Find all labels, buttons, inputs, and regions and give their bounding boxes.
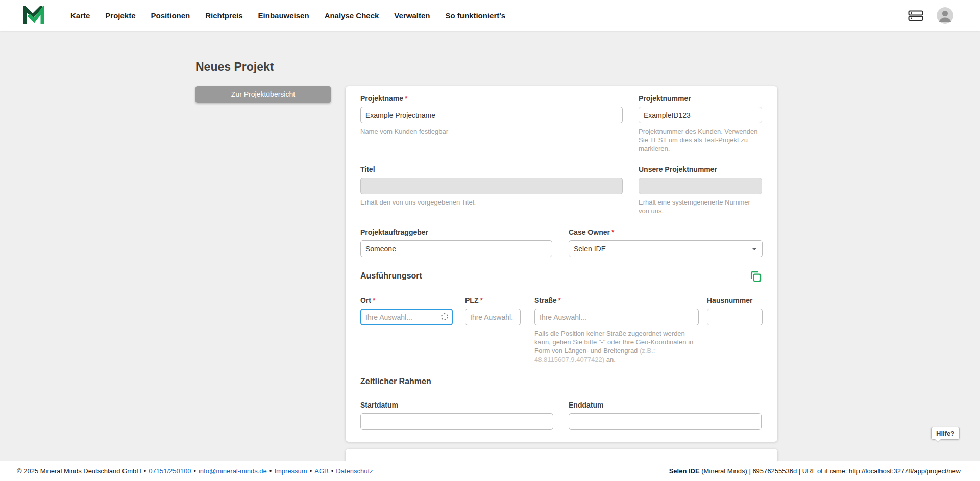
unsere-projektnummer-helper: Erhält eine systemgenerierte Nummer von … (639, 198, 762, 215)
footer-left: © 2025 Mineral Minds Deutschland GmbH•07… (17, 467, 373, 475)
label-text: Unsere Projektnummer (639, 165, 717, 173)
plz-input[interactable] (465, 309, 521, 325)
titel-label: Titel (360, 165, 623, 174)
strasse-helper-main: Falls die Position keiner Straße zugeord… (534, 330, 693, 355)
footer-session-info: (Mineral Minds) | 69576255536d | URL of … (700, 467, 961, 475)
back-to-project-overview-button[interactable]: Zur Projektübersicht (195, 86, 331, 103)
field-titel: Titel Erhält den von uns vorgegebenen Ti… (360, 165, 623, 207)
required-asterisk: * (373, 296, 375, 305)
section-ausfuehrungsort-title: Ausführungsort (360, 271, 422, 281)
nav-item-analyse-check[interactable]: Analyse Check (325, 11, 379, 20)
label-text: Straße (534, 296, 557, 305)
nav-item-richtpreis[interactable]: Richtpreis (205, 11, 242, 20)
separator-dot: • (331, 467, 334, 475)
field-hausnummer: Hausnummer (707, 296, 763, 325)
field-ort: Ort* (360, 296, 453, 325)
field-enddatum: Enddatum (569, 400, 762, 430)
separator-dot: • (144, 467, 146, 475)
nav-item-einbauweisen[interactable]: Einbauweisen (258, 11, 309, 20)
footer-email-link[interactable]: info@mineral-minds.de (199, 467, 267, 475)
field-unsere-projektnummer: Unsere Projektnummer Erhält eine systemg… (639, 165, 762, 215)
projektname-label: Projektname* (360, 94, 623, 103)
hausnummer-label: Hausnummer (707, 296, 763, 305)
projektauftraggeber-label: Projektauftraggeber (360, 227, 552, 237)
field-plz: PLZ* (465, 296, 521, 325)
nav-item-so-funktionierts[interactable]: So funktioniert's (445, 11, 505, 20)
section-divider (360, 393, 763, 393)
unsere-projektnummer-label: Unsere Projektnummer (639, 165, 762, 174)
case-owner-selected-value: Selen IDE (574, 245, 606, 253)
field-projektauftraggeber: Projektauftraggeber (360, 227, 552, 257)
section-divider (360, 289, 763, 289)
top-nav-bar: Karte Projekte Positionen Richtpreis Ein… (0, 0, 980, 31)
nav-item-positionen[interactable]: Positionen (151, 11, 190, 20)
user-avatar[interactable] (937, 7, 953, 24)
separator-dot: • (270, 467, 272, 475)
strasse-input[interactable] (534, 309, 699, 325)
strasse-helper: Falls die Position keiner Straße zugeord… (534, 329, 699, 364)
case-owner-select[interactable]: Selen IDE (569, 240, 763, 257)
copy-icon[interactable] (749, 269, 763, 283)
chevron-down-icon (752, 248, 757, 250)
section-ausfuehrungsort-header: Ausführungsort (360, 269, 763, 283)
plz-label: PLZ* (465, 296, 521, 305)
strasse-label: Straße* (534, 296, 699, 305)
footer-datenschutz-link[interactable]: Datenschutz (336, 467, 373, 475)
projektname-input[interactable] (360, 107, 623, 123)
projektauftraggeber-input[interactable] (360, 240, 552, 257)
ort-input[interactable] (360, 309, 453, 325)
ort-label: Ort* (360, 296, 453, 305)
footer-right: Selen IDE (Mineral Minds) | 69576255536d… (669, 467, 961, 475)
label-text: Ort (360, 296, 371, 305)
loading-spinner-icon (440, 313, 449, 321)
nav-item-projekte[interactable]: Projekte (105, 11, 135, 20)
footer-agb-link[interactable]: AGB (314, 467, 328, 475)
footer-user-name: Selen IDE (669, 467, 700, 475)
title-divider (195, 80, 777, 80)
page-title: Neues Projekt (195, 60, 274, 74)
titel-input (360, 178, 623, 194)
separator-dot: • (193, 467, 196, 475)
label-text: Hausnummer (707, 296, 752, 305)
unsere-projektnummer-input (639, 178, 762, 194)
required-asterisk: * (611, 228, 614, 236)
field-case-owner: Case Owner* Selen IDE (569, 227, 763, 257)
nav-item-karte[interactable]: Karte (70, 11, 90, 20)
titel-helper: Erhält den von uns vorgegebenen Titel. (360, 198, 623, 207)
strasse-helper-suffix: an. (604, 356, 616, 363)
label-text: Projektname (360, 94, 403, 103)
help-button[interactable]: Hilfe? (931, 427, 960, 440)
section-zeitlicher-rahmen-title: Zeitlicher Rahmen (360, 377, 431, 386)
required-asterisk: * (405, 94, 407, 103)
label-text: Case Owner (569, 228, 610, 236)
field-projektname: Projektname* Name vom Kunden festlegbar (360, 94, 623, 136)
projektnummer-input[interactable] (639, 107, 762, 123)
footer-impressum-link[interactable]: Impressum (274, 467, 307, 475)
startdatum-input[interactable] (360, 413, 553, 430)
separator-dot: • (310, 467, 312, 475)
field-strasse: Straße* Falls die Position keiner Straße… (534, 296, 699, 364)
label-text: Projektnummer (639, 94, 691, 103)
label-text: Projektauftraggeber (360, 228, 428, 236)
label-text: PLZ (465, 296, 478, 305)
footer: © 2025 Mineral Minds Deutschland GmbH•07… (0, 461, 980, 481)
hausnummer-input[interactable] (707, 309, 763, 325)
footer-phone-link[interactable]: 07151/250100 (149, 467, 191, 475)
startdatum-label: Startdatum (360, 400, 553, 410)
required-asterisk: * (558, 296, 561, 305)
server-icon[interactable] (908, 10, 923, 21)
label-text: Enddatum (569, 401, 603, 409)
case-owner-label: Case Owner* (569, 227, 763, 237)
copyright-text: © 2025 Mineral Minds Deutschland GmbH (17, 467, 141, 475)
app-logo[interactable] (22, 6, 45, 26)
required-asterisk: * (480, 296, 482, 305)
enddatum-input[interactable] (569, 413, 762, 430)
label-text: Startdatum (360, 401, 398, 409)
nav-item-verwalten[interactable]: Verwalten (394, 11, 430, 20)
section-zeitlicher-rahmen-header: Zeitlicher Rahmen (360, 374, 763, 389)
projektname-helper: Name vom Kunden festlegbar (360, 127, 623, 136)
label-text: Titel (360, 165, 375, 173)
projektnummer-label: Projektnummer (639, 94, 762, 103)
projektnummer-helper: Projektnummer des Kunden. Verwenden Sie … (639, 127, 762, 153)
field-projektnummer: Projektnummer Projektnummer des Kunden. … (639, 94, 762, 153)
